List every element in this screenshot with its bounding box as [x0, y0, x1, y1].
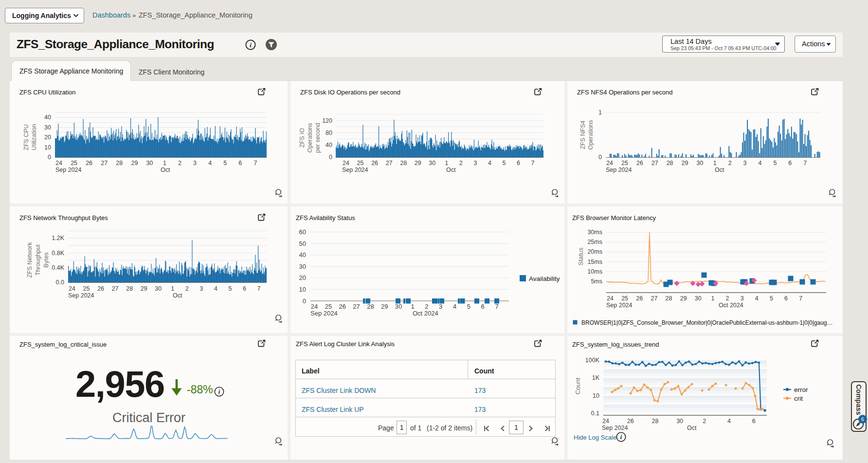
svg-text:Utilization: Utilization	[31, 124, 37, 150]
svg-text:25: 25	[621, 160, 628, 167]
svg-text:0: 0	[48, 154, 51, 161]
svg-text:1.2K: 1.2K	[52, 235, 64, 241]
svg-text:30: 30	[395, 303, 402, 310]
svg-text:5: 5	[228, 285, 232, 292]
svg-text:30: 30	[429, 160, 435, 167]
svg-text:28: 28	[651, 418, 658, 425]
svg-text:20: 20	[299, 274, 306, 281]
svg-text:25: 25	[357, 160, 364, 167]
svg-text:10ms: 10ms	[587, 268, 602, 275]
svg-text:2: 2	[703, 418, 706, 425]
svg-text:Sep 2024: Sep 2024	[606, 167, 632, 173]
svg-text:5: 5	[770, 295, 773, 302]
svg-text:10: 10	[593, 392, 599, 399]
svg-text:2: 2	[185, 285, 189, 292]
svg-text:40: 40	[299, 251, 306, 259]
svg-text:0: 0	[303, 297, 306, 305]
svg-text:30: 30	[299, 263, 306, 270]
svg-text:27: 27	[651, 295, 657, 302]
svg-text:15ms: 15ms	[587, 259, 602, 265]
svg-text:29: 29	[682, 160, 688, 167]
svg-text:7: 7	[799, 295, 802, 302]
svg-text:1: 1	[711, 295, 714, 302]
svg-text:27: 27	[651, 160, 658, 167]
svg-text:0: 0	[598, 154, 602, 161]
svg-text:5: 5	[223, 160, 227, 167]
svg-text:24: 24	[602, 418, 609, 425]
svg-text:Sep 2024: Sep 2024	[606, 302, 633, 309]
svg-text:24: 24	[607, 295, 614, 302]
svg-text:ZFS IO: ZFS IO	[299, 128, 306, 148]
svg-text:ZFS Network: ZFS Network	[26, 242, 33, 278]
svg-text:10: 10	[299, 286, 306, 293]
svg-text:Oct: Oct	[446, 167, 456, 173]
svg-text:30: 30	[146, 160, 153, 167]
svg-text:28: 28	[126, 285, 133, 292]
svg-text:120: 120	[322, 117, 332, 124]
svg-text:ZFS CPU: ZFS CPU	[23, 124, 30, 150]
svg-text:4: 4	[453, 303, 456, 310]
svg-text:7: 7	[803, 160, 807, 167]
svg-text:2: 2	[726, 295, 729, 302]
svg-text:26: 26	[86, 160, 92, 167]
svg-text:BROWSER|1|0|ZFS_Console_Browse: BROWSER|1|0|ZFS_Console_Browser_Monitor|…	[581, 319, 833, 326]
svg-text:29: 29	[141, 285, 147, 292]
svg-text:25: 25	[83, 285, 90, 292]
svg-text:50: 50	[299, 240, 306, 247]
svg-text:29: 29	[680, 295, 687, 302]
svg-text:7: 7	[495, 303, 498, 310]
svg-text:3: 3	[199, 285, 203, 292]
svg-text:28: 28	[400, 160, 407, 167]
svg-text:26: 26	[636, 160, 643, 167]
svg-text:4: 4	[755, 295, 759, 302]
svg-text:29: 29	[131, 160, 138, 167]
svg-text:30: 30	[155, 285, 162, 292]
svg-text:Count: Count	[574, 377, 581, 394]
svg-text:10: 10	[44, 144, 51, 151]
svg-text:1: 1	[171, 285, 174, 292]
svg-text:40: 40	[44, 114, 51, 121]
svg-text:Oct: Oct	[687, 425, 697, 431]
svg-text:24: 24	[69, 285, 75, 292]
svg-text:27: 27	[101, 160, 108, 167]
svg-text:30: 30	[676, 418, 683, 425]
svg-text:4: 4	[727, 418, 731, 425]
svg-text:2: 2	[728, 160, 732, 167]
svg-text:7: 7	[531, 160, 535, 167]
svg-text:60: 60	[299, 228, 306, 236]
svg-text:80: 80	[326, 130, 332, 136]
svg-text:7: 7	[253, 160, 257, 167]
svg-text:29: 29	[381, 303, 388, 310]
svg-text:25ms: 25ms	[587, 239, 602, 245]
svg-text:30: 30	[695, 295, 702, 302]
svg-text:28: 28	[666, 295, 672, 302]
svg-text:28: 28	[667, 160, 673, 167]
svg-text:Status: Status	[577, 247, 584, 265]
svg-text:4: 4	[208, 160, 212, 167]
svg-text:1: 1	[445, 160, 448, 167]
svg-text:27: 27	[353, 303, 360, 310]
svg-text:3: 3	[743, 160, 747, 167]
svg-text:25: 25	[325, 303, 332, 310]
svg-text:7: 7	[257, 285, 261, 292]
svg-text:20ms: 20ms	[587, 248, 602, 255]
svg-text:4: 4	[759, 160, 762, 167]
svg-text:error: error	[794, 386, 808, 393]
svg-text:2: 2	[459, 160, 463, 167]
svg-text:20: 20	[44, 134, 51, 141]
svg-text:Sep 2024: Sep 2024	[310, 310, 338, 317]
svg-text:29: 29	[415, 160, 421, 167]
svg-text:5ms: 5ms	[591, 278, 602, 285]
svg-text:0.1: 0.1	[591, 410, 599, 417]
svg-text:3: 3	[193, 160, 197, 167]
svg-text:30: 30	[44, 124, 51, 131]
svg-text:ZFS NFS4: ZFS NFS4	[579, 120, 586, 149]
svg-text:0.4K: 0.4K	[52, 264, 64, 271]
svg-text:1K: 1K	[592, 374, 600, 381]
svg-text:100K: 100K	[585, 357, 600, 364]
svg-text:25: 25	[621, 295, 628, 302]
svg-text:Oct 2024: Oct 2024	[719, 302, 743, 309]
svg-text:5: 5	[502, 160, 506, 167]
svg-text:3: 3	[439, 303, 442, 310]
svg-text:28: 28	[367, 303, 374, 310]
